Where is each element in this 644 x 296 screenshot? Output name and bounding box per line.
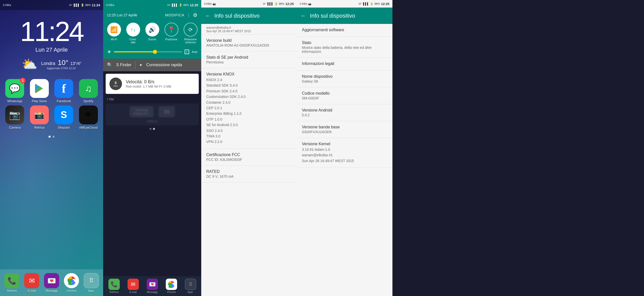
dock-email[interactable]: ✉ E-mail bbox=[22, 273, 41, 292]
retrica-label: Retrica bbox=[34, 126, 45, 129]
device-info-right: 0 KB/s 📷 H⁺ ▌▌▌ 🔋 88% 12:25 ← Info sul d… bbox=[297, 0, 392, 296]
back-button[interactable]: ← bbox=[205, 13, 211, 19]
info-item-legali[interactable]: Informazioni legali bbox=[297, 58, 392, 70]
app-item-shazam[interactable]: S Shazam bbox=[53, 105, 75, 129]
device-info-left: 0 KB/s 📷 H⁺ ▌▌▌ 🔋 88% 12:25 ← Info sul d… bbox=[201, 0, 297, 296]
blurred-background: Samsung Galaxy S6... 3B 3BMeteo bbox=[106, 104, 199, 125]
email-icon: ✉ bbox=[24, 273, 39, 288]
notif-messaggi-icon: 💌 bbox=[147, 279, 158, 290]
dock-telefono[interactable]: 📞 Telefono bbox=[3, 273, 21, 292]
toggle-wifi[interactable]: 📶 Wi-Fi bbox=[104, 23, 124, 44]
spotify-icon: ♫ bbox=[79, 79, 98, 98]
dock-chrome[interactable]: Chrome bbox=[62, 273, 81, 292]
info-battery-level: 88% bbox=[279, 2, 285, 5]
weather-widget[interactable]: ⛅ Londra 10° 13°/4° Aggiornato 27/04 12:… bbox=[0, 54, 103, 74]
dock-email-label: E-mail bbox=[28, 289, 35, 292]
dock-appl-label: Appl. bbox=[88, 289, 94, 292]
info-right-screenshot-icon: 📷 bbox=[308, 3, 311, 5]
info-speed: 0 KB/s bbox=[204, 3, 212, 5]
location-toggle-label: Posizione bbox=[165, 38, 177, 41]
notif-dot-1 bbox=[149, 128, 151, 130]
gear-icon[interactable]: ⚙ bbox=[193, 12, 197, 18]
notif-dock-telefono[interactable]: 📞 Telefono bbox=[104, 279, 124, 293]
info-left-status-left: 0 KB/s 📷 bbox=[204, 3, 216, 5]
search-bar[interactable]: 🔍 S Finder ✦ Connessione rapida bbox=[103, 59, 201, 71]
info-item-banda: Versione banda base G920FXXU1AOD9 bbox=[297, 121, 392, 138]
info-item-rated: RATED DC 9 V; 1670 mA bbox=[201, 166, 297, 182]
weather-icon: ⛅ bbox=[22, 57, 37, 71]
status-left: 0 KB/s bbox=[3, 4, 11, 7]
spotify-label: Spotify bbox=[83, 99, 93, 103]
status-time: 11:24 bbox=[92, 3, 100, 7]
info-signal: H⁺ bbox=[263, 2, 266, 6]
shazam-label: Shazam bbox=[58, 126, 70, 129]
info-email: wanam@elksiba.fr bbox=[206, 26, 292, 29]
toggle-location[interactable]: 📍 Posizione bbox=[162, 23, 181, 44]
notif-dot-2 bbox=[153, 128, 155, 130]
app-item-vmeyecloud[interactable]: 👁 vMEyeCloud bbox=[77, 105, 100, 129]
facebook-icon: f bbox=[54, 79, 73, 98]
info-right-battery-level: 88% bbox=[375, 2, 380, 5]
app-grid: 💬 1 WhatsApp Play Store f Facebook ♫ Spo… bbox=[0, 74, 103, 134]
notif-dock-messaggi[interactable]: 💌 Messaggi bbox=[143, 279, 162, 293]
info-knox-value: KNOX 2.4 Standard SDK 5.4.0 Premium SDK … bbox=[206, 77, 292, 145]
app-item-whatsapp[interactable]: 💬 1 WhatsApp bbox=[4, 79, 26, 103]
toggle-data[interactable]: ↑↓ Conn.dati bbox=[124, 23, 143, 44]
notif-battery: 🔋 bbox=[179, 4, 182, 7]
weather-updated: Aggiornato 27/04 12:24 bbox=[41, 67, 81, 70]
info-modello-value: SM-G920F bbox=[302, 96, 387, 100]
brightness-track[interactable] bbox=[114, 51, 182, 52]
info-kernel-value: 3.10.61-Adam-1.0 wanam@elksiba #1 Sun Ap… bbox=[302, 147, 387, 164]
toggle-sound[interactable]: 🔊 Suono bbox=[143, 23, 162, 44]
speed-number: 0 bbox=[115, 81, 117, 85]
clock-time: 11:24 bbox=[0, 18, 103, 45]
info-left-status-right: H⁺ ▌▌▌ 🔋 88% 12:25 bbox=[263, 2, 294, 6]
app-item-retrica[interactable]: 📸 Retrica bbox=[28, 105, 51, 129]
notif-page-dots bbox=[103, 127, 201, 131]
info-legali-label: Informazioni legali bbox=[302, 61, 387, 66]
app-item-spotify[interactable]: ♫ Spotify bbox=[77, 79, 100, 103]
dock-appl[interactable]: ⠿ Appl. bbox=[82, 273, 101, 292]
modifica-button[interactable]: MODIFICA bbox=[165, 13, 184, 17]
info-stato-value: Mostra stato della batteria, della rete … bbox=[302, 46, 387, 54]
location-toggle-icon: 📍 bbox=[165, 23, 178, 36]
data-toggle-icon: ↑↓ bbox=[126, 23, 140, 36]
notif-dock-email[interactable]: ✉ E-mail bbox=[124, 279, 143, 293]
shazam-icon: S bbox=[54, 105, 73, 124]
brightness-auto-checkbox[interactable]: ✓ bbox=[185, 50, 189, 54]
notif-dock-messaggi-label: Messaggi bbox=[147, 291, 158, 293]
info-right-signal: H⁺ bbox=[358, 2, 362, 6]
dock-messaggi[interactable]: 💌 Messaggi bbox=[42, 273, 61, 292]
appl-icon: ⠿ bbox=[84, 273, 99, 288]
info-item-aggiornamenti[interactable]: Aggiornamenti software bbox=[297, 24, 392, 37]
info-rated-label: RATED bbox=[206, 169, 292, 174]
info-right-battery: 🔋 bbox=[370, 2, 374, 6]
notif-bars: ▌▌▌ bbox=[172, 4, 178, 7]
info-stato-label: Stato bbox=[302, 41, 387, 45]
notif-status-bar: 0 KB/s H⁺ ▌▌▌ 🔋 88% 12:25 bbox=[103, 0, 201, 10]
info-time: 12:25 bbox=[286, 2, 294, 6]
info-date-top: Sun Apr 26 16:49:47 WEST 2015 bbox=[206, 29, 292, 33]
info-right-time: 12:25 bbox=[381, 2, 389, 6]
app-item-camera[interactable]: 📷 Camera bbox=[4, 105, 26, 129]
app-item-playstore[interactable]: Play Store bbox=[28, 79, 51, 103]
info-android-label: Versione Android bbox=[302, 108, 387, 113]
info-right-back-button[interactable]: ← bbox=[301, 13, 306, 19]
info-item-stato[interactable]: Stato Mostra stato della batteria, della… bbox=[297, 37, 392, 58]
speed-card: 0 KB/s Velocità: 0 B/s Reti mobili: 1,7 … bbox=[106, 74, 199, 94]
weather-temp: 10° 13°/4° bbox=[58, 59, 82, 67]
notif-dock-chrome[interactable]: Chrome bbox=[162, 279, 181, 293]
notif-header: 12:25 Lun 27 Aprile MODIFICA | ⚙ bbox=[103, 10, 201, 20]
info-left-list: wanam@elksiba.fr Sun Apr 26 16:49:47 WES… bbox=[201, 24, 297, 182]
notif-dock-appl[interactable]: ⠿ Appl. bbox=[181, 279, 200, 293]
signal-bars-icon: ▌▌▌ bbox=[74, 4, 79, 7]
app-item-facebook[interactable]: f Facebook bbox=[53, 79, 75, 103]
info-knox-label: Versione KNOX bbox=[206, 72, 292, 77]
toggle-rotation[interactable]: ⟳ Rotazioneschermo bbox=[181, 23, 200, 44]
sound-toggle-icon: 🔊 bbox=[145, 23, 159, 36]
dot-2 bbox=[53, 136, 55, 138]
info-banda-label: Versione banda base bbox=[302, 125, 387, 129]
search-icon: 🔍 bbox=[107, 62, 112, 68]
info-fcc-value: FCC ID: A3LSMG920F bbox=[206, 158, 292, 162]
info-rated-value: DC 9 V; 1670 mA bbox=[206, 174, 292, 178]
